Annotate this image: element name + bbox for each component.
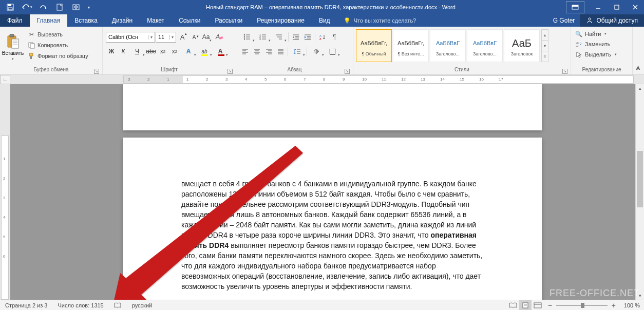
- shrink-font-button[interactable]: A▾: [188, 31, 200, 43]
- status-page[interactable]: Страница 2 из 3: [0, 300, 52, 310]
- window-controls: [566, 0, 644, 14]
- account-name[interactable]: G Goter: [548, 14, 580, 27]
- align-right-button[interactable]: [263, 46, 274, 57]
- replace-button[interactable]: abacЗаменить: [573, 39, 619, 49]
- justify-button[interactable]: [275, 46, 286, 57]
- sort-button[interactable]: AZ: [317, 31, 328, 43]
- view-read-mode[interactable]: [507, 300, 519, 311]
- zoom-in-button[interactable]: +: [608, 300, 620, 311]
- line-spacing-button[interactable]: ▾: [290, 46, 305, 57]
- tab-selector[interactable]: ∟: [0, 75, 10, 84]
- share-button[interactable]: Общий доступ: [580, 14, 644, 27]
- highlight-button[interactable]: ab▾: [197, 46, 212, 57]
- paragraph-launcher[interactable]: ↘: [345, 69, 350, 74]
- copy-button[interactable]: Копировать: [26, 40, 90, 50]
- ribbon-display-options-button[interactable]: [566, 1, 584, 13]
- superscript-button[interactable]: x2: [169, 46, 180, 57]
- gallery-more-button[interactable]: ≡: [542, 51, 548, 62]
- undo-button[interactable]: ▾: [20, 1, 34, 13]
- minimize-button[interactable]: [590, 0, 607, 14]
- status-proofing[interactable]: [109, 300, 127, 310]
- bullets-button[interactable]: ▾: [239, 31, 255, 43]
- touch-mode-button[interactable]: [69, 1, 83, 13]
- scroll-thumb[interactable]: [637, 151, 643, 207]
- style-heading1[interactable]: АаБбВвГЗаголово...: [430, 29, 466, 62]
- styles-gallery-scroll: ▴ ▾ ≡: [541, 29, 548, 62]
- tab-layout[interactable]: Макет: [140, 14, 172, 27]
- gallery-down-button[interactable]: ▾: [542, 41, 548, 51]
- multilevel-list-button[interactable]: ▾: [271, 31, 287, 43]
- svg-text:3: 3: [259, 37, 261, 40]
- borders-button[interactable]: ▾: [325, 46, 340, 57]
- svg-rect-4: [57, 4, 62, 10]
- view-print-layout[interactable]: [519, 300, 532, 311]
- save-button[interactable]: [3, 1, 17, 13]
- tab-references[interactable]: Ссылки: [172, 14, 207, 27]
- bold-button[interactable]: Ж: [106, 46, 117, 57]
- shading-button[interactable]: ▾: [309, 46, 324, 57]
- underline-button[interactable]: Ч▾: [129, 46, 145, 57]
- redo-button[interactable]: [36, 1, 50, 13]
- zoom-out-button[interactable]: −: [544, 300, 556, 311]
- gallery-up-button[interactable]: ▴: [542, 30, 548, 41]
- italic-button[interactable]: К: [118, 46, 129, 57]
- view-web-layout[interactable]: [532, 300, 544, 311]
- scroll-up-button[interactable]: ▴: [636, 84, 644, 92]
- document-body-text[interactable]: вмещает в себя 4 группы банков с 4 банка…: [181, 179, 484, 300]
- tab-review[interactable]: Рецензирование: [250, 14, 312, 27]
- tab-file[interactable]: Файл: [0, 14, 30, 27]
- cut-label: Вырезать: [37, 31, 63, 37]
- tab-mailings[interactable]: Рассылки: [207, 14, 250, 27]
- status-language[interactable]: русский: [127, 300, 157, 310]
- svg-rect-25: [201, 54, 208, 56]
- font-launcher[interactable]: ↘: [228, 69, 233, 74]
- vertical-scrollbar[interactable]: ▴ ▾: [635, 84, 644, 300]
- select-button[interactable]: Выделить▾: [573, 49, 619, 60]
- decrease-indent-button[interactable]: [290, 31, 301, 43]
- tab-insert[interactable]: Вставка: [67, 14, 105, 27]
- align-left-button[interactable]: [239, 46, 251, 57]
- new-doc-button[interactable]: [52, 1, 67, 13]
- vertical-ruler[interactable]: 123456: [0, 84, 10, 300]
- cut-button[interactable]: ✂Вырезать: [26, 29, 90, 40]
- font-size-combo[interactable]: 11▾: [156, 32, 176, 43]
- show-formatting-button[interactable]: ¶: [329, 31, 340, 43]
- text-effects-button[interactable]: A▾: [181, 46, 196, 57]
- paste-label: Вставить: [2, 50, 24, 56]
- increase-indent-button[interactable]: [302, 31, 313, 43]
- status-word-count[interactable]: Число слов: 1315: [52, 300, 108, 310]
- close-button[interactable]: [627, 0, 644, 14]
- tab-design[interactable]: Дизайн: [105, 14, 140, 27]
- find-button[interactable]: 🔍Найти▾: [573, 29, 619, 39]
- tab-view[interactable]: Вид: [312, 14, 337, 27]
- paste-button[interactable]: Вставить ▾: [2, 28, 24, 67]
- font-name-combo[interactable]: Calibri (Осн▾: [106, 32, 155, 43]
- scroll-down-button[interactable]: ▾: [636, 292, 644, 300]
- style-normal[interactable]: АаБбВвГг,¶ Обычный: [356, 29, 392, 62]
- style-heading2[interactable]: АаБбВвГЗаголово...: [467, 29, 503, 62]
- clipboard-launcher[interactable]: ↘: [94, 69, 99, 74]
- styles-launcher[interactable]: ↘: [562, 69, 567, 74]
- style-title[interactable]: АаБЗаголовок: [504, 29, 540, 62]
- strikethrough-button[interactable]: abc: [145, 46, 157, 57]
- tab-home[interactable]: Главная: [30, 14, 68, 27]
- horizontal-ruler[interactable]: 3211234567891011121314151617: [123, 75, 634, 84]
- svg-rect-71: [330, 49, 335, 54]
- format-painter-button[interactable]: Формат по образцу: [26, 51, 90, 61]
- qat-customize-button[interactable]: ▾: [85, 1, 92, 13]
- zoom-slider[interactable]: [556, 300, 608, 311]
- align-center-button[interactable]: [251, 46, 262, 57]
- grow-font-button[interactable]: A▴: [177, 31, 188, 43]
- maximize-button[interactable]: [608, 0, 626, 14]
- collapse-ribbon-button[interactable]: ⮝: [634, 63, 643, 72]
- zoom-percent[interactable]: 100 %: [620, 300, 644, 310]
- numbering-button[interactable]: 123▾: [255, 31, 271, 43]
- font-color-button[interactable]: A▾: [213, 46, 228, 57]
- tell-me-search[interactable]: 💡 Что вы хотите сделать?: [337, 14, 423, 27]
- subscript-button[interactable]: x2: [157, 46, 168, 57]
- page-1[interactable]: [123, 84, 542, 130]
- clear-formatting-button[interactable]: A: [212, 31, 223, 43]
- change-case-button[interactable]: Aa▾: [200, 31, 212, 43]
- style-no-spacing[interactable]: АаБбВвГг,¶ Без инте...: [393, 29, 429, 62]
- page-2[interactable]: вмещает в себя 4 группы банков с 4 банка…: [123, 138, 542, 300]
